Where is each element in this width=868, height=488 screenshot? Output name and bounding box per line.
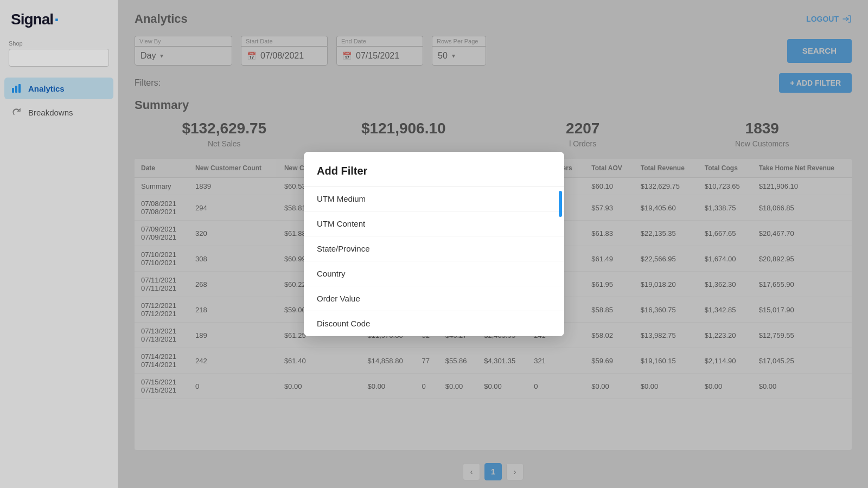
filter-option-discount-code[interactable]: Discount Code xyxy=(304,311,564,336)
modal-overlay[interactable]: Add Filter UTM MediumUTM ContentState/Pr… xyxy=(0,0,868,488)
scroll-thumb xyxy=(559,191,562,217)
filter-option-utm-medium[interactable]: UTM Medium xyxy=(304,187,564,211)
filter-option-state-province[interactable]: State/Province xyxy=(304,236,564,261)
filter-option-country[interactable]: Country xyxy=(304,261,564,286)
filter-option-utm-content[interactable]: UTM Content xyxy=(304,211,564,236)
filter-option-order-value[interactable]: Order Value xyxy=(304,286,564,311)
modal-body-wrap: UTM MediumUTM ContentState/ProvinceCount… xyxy=(304,187,564,336)
modal-body: UTM MediumUTM ContentState/ProvinceCount… xyxy=(304,187,564,336)
add-filter-modal: Add Filter UTM MediumUTM ContentState/Pr… xyxy=(304,152,564,336)
modal-title: Add Filter xyxy=(304,152,564,187)
